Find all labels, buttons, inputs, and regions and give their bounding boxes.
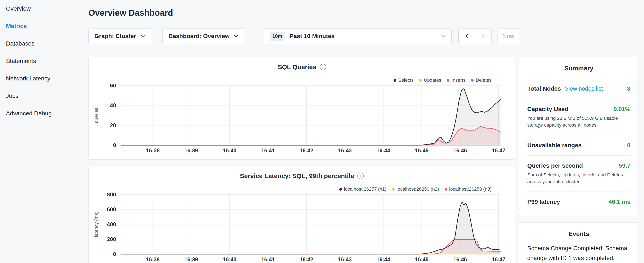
summary-value: 59.7 xyxy=(619,162,630,169)
graph-scope-label: Graph: Cluster xyxy=(94,33,136,40)
info-icon[interactable]: i xyxy=(320,64,326,70)
svg-text:16:45: 16:45 xyxy=(415,256,428,262)
svg-text:16:46: 16:46 xyxy=(453,147,467,153)
svg-text:200: 200 xyxy=(107,236,116,242)
svg-text:16:46: 16:46 xyxy=(453,256,467,262)
summary-label: P99 latency xyxy=(527,198,560,205)
time-back-button[interactable] xyxy=(459,29,475,44)
svg-text:16:40: 16:40 xyxy=(223,147,236,153)
svg-text:16:43: 16:43 xyxy=(338,256,352,262)
svg-text:16:39: 16:39 xyxy=(184,256,198,262)
summary-value: 0 xyxy=(627,142,630,149)
sidebar: Overview Metrics Databases Statements Ne… xyxy=(0,0,88,263)
chevron-left-icon xyxy=(466,34,468,39)
dashboard-dropdown[interactable]: Dashboard: Overview xyxy=(162,28,244,44)
chart-title: Service Latency: SQL, 99th percentile xyxy=(240,172,354,180)
svg-text:16:41: 16:41 xyxy=(261,147,275,153)
chart-title: SQL Queries xyxy=(278,63,316,71)
svg-text:16:47: 16:47 xyxy=(492,147,506,153)
sidebar-item-databases[interactable]: Databases xyxy=(0,35,88,52)
now-button[interactable]: Now xyxy=(498,28,519,44)
summary-label: Total Nodes xyxy=(527,85,561,92)
time-range-dropdown[interactable]: 10m Past 10 Minutes xyxy=(264,28,452,44)
svg-text:16:42: 16:42 xyxy=(300,256,313,262)
summary-row-total-nodes: Total Nodes View nodes list 3 xyxy=(527,79,630,99)
chevron-right-icon xyxy=(482,34,484,39)
events-panel: Events Schema Change Completed: Schema c… xyxy=(519,222,639,263)
svg-text:16:47: 16:47 xyxy=(492,256,506,262)
time-forward-button[interactable] xyxy=(475,29,491,44)
summary-label: Capacity Used xyxy=(527,106,568,113)
summary-value: 3 xyxy=(627,85,630,92)
svg-text:16:44: 16:44 xyxy=(376,256,390,262)
sidebar-item-jobs[interactable]: Jobs xyxy=(0,87,88,105)
summary-row-p99-latency: P99 latency 46.1 ms xyxy=(527,192,630,212)
sql-queries-chart-card: SQL Queries i SelectsUpdatesInsertsDelet… xyxy=(88,57,515,160)
dashboard-dropdown-label: Dashboard: Overview xyxy=(168,33,230,40)
svg-text:600: 600 xyxy=(107,206,116,212)
view-nodes-list-link[interactable]: View nodes list xyxy=(565,85,603,92)
sidebar-item-advanced-debug[interactable]: Advanced Debug xyxy=(0,105,88,122)
summary-description: You are using 28.6 MiB of 515.9 GiB usab… xyxy=(527,115,630,129)
summary-label: Queries per second xyxy=(527,162,583,169)
sidebar-item-network-latency[interactable]: Network Latency xyxy=(0,70,88,87)
sidebar-item-overview[interactable]: Overview xyxy=(0,0,88,18)
chevron-down-icon xyxy=(141,35,146,38)
svg-text:16:38: 16:38 xyxy=(146,256,160,262)
summary-row-queries-per-second: Queries per second 59.7 Sum of Selects, … xyxy=(527,156,630,192)
sidebar-item-statements[interactable]: Statements xyxy=(0,52,88,70)
svg-text:0: 0 xyxy=(113,142,116,148)
summary-panel: Summary Total Nodes View nodes list 3 Ca… xyxy=(519,57,639,216)
svg-text:16:41: 16:41 xyxy=(261,256,275,262)
time-window-badge: 10m xyxy=(270,32,285,41)
svg-text:queries: queries xyxy=(94,108,99,123)
page-title: Overview Dashboard xyxy=(88,8,173,18)
graph-scope-dropdown[interactable]: Graph: Cluster xyxy=(88,28,152,44)
sql-queries-chart[interactable]: 020406016:3816:3916:4016:4116:4216:4316:… xyxy=(89,78,516,160)
chevron-down-icon xyxy=(234,35,238,38)
svg-text:0: 0 xyxy=(113,251,116,257)
summary-value: 46.1 ms xyxy=(608,198,630,205)
svg-text:16:40: 16:40 xyxy=(223,256,236,262)
event-message: Schema Change Completed: Schema change w… xyxy=(527,243,630,263)
svg-text:40: 40 xyxy=(110,102,116,109)
svg-text:800: 800 xyxy=(107,191,116,198)
chevron-down-icon xyxy=(442,35,446,38)
svg-text:400: 400 xyxy=(107,221,116,227)
sidebar-item-metrics[interactable]: Metrics xyxy=(0,18,88,35)
events-title: Events xyxy=(519,222,638,237)
svg-text:20: 20 xyxy=(110,122,116,129)
svg-text:16:39: 16:39 xyxy=(184,147,198,153)
svg-text:16:45: 16:45 xyxy=(415,147,428,153)
time-range-label: Past 10 Minutes xyxy=(290,33,442,40)
svg-text:60: 60 xyxy=(110,82,116,89)
svg-text:latency (ms): latency (ms) xyxy=(94,211,99,237)
dashboard-controls: Graph: Cluster Dashboard: Overview 10m P… xyxy=(88,28,519,44)
summary-value: 0.01% xyxy=(614,106,630,113)
summary-description: Sum of Selects, Updates, Inserts, and De… xyxy=(527,171,630,185)
svg-text:16:44: 16:44 xyxy=(376,147,390,153)
info-icon[interactable]: i xyxy=(358,173,364,179)
summary-row-capacity-used: Capacity Used 0.01% You are using 28.6 M… xyxy=(527,99,630,135)
service-latency-chart-card: Service Latency: SQL, 99th percentile i … xyxy=(88,166,515,263)
svg-text:16:43: 16:43 xyxy=(338,147,352,153)
service-latency-chart[interactable]: 020040060080016:3816:3916:4016:4116:4216… xyxy=(89,187,516,263)
svg-text:16:42: 16:42 xyxy=(300,147,313,153)
event-item[interactable]: Schema Change Completed: Schema change w… xyxy=(527,243,630,263)
summary-label: Unavailable ranges xyxy=(527,142,582,149)
summary-title: Summary xyxy=(519,57,638,72)
svg-text:16:38: 16:38 xyxy=(146,147,160,153)
summary-row-unavailable-ranges: Unavailable ranges 0 xyxy=(527,135,630,156)
time-pager xyxy=(458,28,492,44)
